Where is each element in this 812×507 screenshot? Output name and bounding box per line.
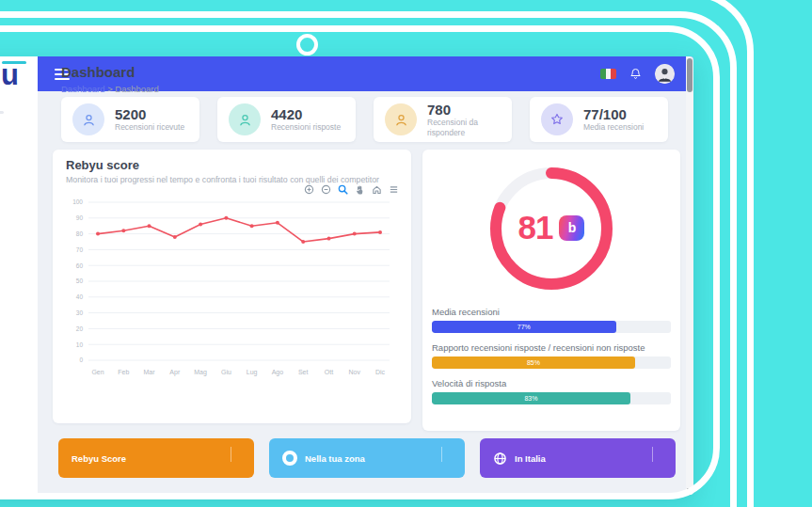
logo-partial: u bbox=[1, 58, 19, 92]
page-title: Dashboard bbox=[61, 64, 159, 80]
chart-toolbar bbox=[304, 184, 399, 195]
svg-text:30: 30 bbox=[76, 309, 84, 316]
stat-card-3: 780Recensioni da rispondere bbox=[374, 97, 512, 142]
star-icon bbox=[541, 103, 573, 135]
progress-track: 85% bbox=[432, 356, 671, 369]
breadcrumb-current: Dashboard bbox=[115, 84, 158, 94]
bottom-cards-row: Rebyu ScoreNella tua zonaIn Italia bbox=[58, 438, 676, 478]
location-pin-icon bbox=[282, 451, 297, 466]
svg-text:70: 70 bbox=[76, 246, 84, 253]
camera-dot bbox=[296, 34, 318, 55]
svg-text:0: 0 bbox=[79, 356, 83, 363]
zoom-out-icon[interactable] bbox=[321, 184, 331, 195]
stat-label: Recensioni ricevute bbox=[115, 122, 184, 133]
progress-track: 77% bbox=[432, 321, 671, 333]
scrollbar-thumb[interactable] bbox=[687, 58, 693, 92]
scene: u bbox=[0, 0, 812, 507]
bell-icon[interactable] bbox=[629, 67, 643, 81]
bottom-card-rebyu-score[interactable]: Rebyu Score bbox=[58, 438, 254, 478]
user-icon bbox=[229, 103, 261, 135]
progress-fill: 85% bbox=[432, 356, 635, 369]
svg-text:Giu: Giu bbox=[221, 369, 231, 375]
card-divider bbox=[231, 447, 231, 462]
zoom-in-icon[interactable] bbox=[304, 184, 314, 195]
bottom-card-nella-tua-zona[interactable]: Nella tua zona bbox=[269, 438, 465, 478]
stat-value: 780 bbox=[427, 102, 501, 118]
user-avatar[interactable] bbox=[655, 64, 675, 84]
svg-text:Set: Set bbox=[298, 369, 309, 375]
svg-text:100: 100 bbox=[72, 198, 83, 205]
italy-flag-icon[interactable] bbox=[600, 69, 616, 79]
user-icon bbox=[385, 103, 417, 135]
chart-subtitle: Monitora i tuoi progressi nel tempo e co… bbox=[66, 175, 379, 184]
bottom-card-in-italia[interactable]: In Italia bbox=[480, 438, 676, 478]
line-chart: 0102030405060708090100GenFebMarAprMagGiu… bbox=[62, 195, 394, 383]
svg-text:20: 20 bbox=[76, 325, 84, 332]
stat-label: Recensioni risposte bbox=[271, 122, 341, 133]
svg-text:Gen: Gen bbox=[91, 369, 103, 375]
selection-zoom-icon[interactable] bbox=[338, 184, 348, 195]
app-window: u bbox=[0, 56, 693, 495]
svg-text:Ott: Ott bbox=[325, 369, 333, 375]
bottom-card-label: Nella tua zona bbox=[305, 453, 365, 464]
svg-text:Mar: Mar bbox=[143, 369, 155, 375]
scrollbar-track[interactable] bbox=[686, 56, 693, 495]
breadcrumb-separator: > bbox=[107, 84, 113, 94]
svg-text:10: 10 bbox=[76, 341, 84, 348]
stat-cards-row: 5200Recensioni ricevute4420Recensioni ri… bbox=[61, 97, 668, 142]
score-value: 81 bbox=[518, 209, 553, 246]
svg-text:Nov: Nov bbox=[348, 369, 360, 375]
progress-group-2: Rapporto recensioni risposte / recension… bbox=[432, 341, 671, 369]
svg-text:Lug: Lug bbox=[247, 369, 258, 376]
svg-text:Dic: Dic bbox=[375, 369, 386, 375]
progress-label: Rapporto recensioni risposte / recension… bbox=[432, 341, 671, 354]
pan-icon[interactable] bbox=[355, 184, 365, 195]
score-panel-card: 81 b Media recensioni77%Rapporto recensi… bbox=[422, 150, 680, 431]
main-area: Dashboard Dashboard > Dashboard 5200Rece… bbox=[38, 56, 693, 495]
stat-card-1: 5200Recensioni ricevute bbox=[61, 97, 199, 142]
stat-label: Media recensioni bbox=[583, 122, 644, 133]
progress-fill: 83% bbox=[432, 392, 630, 404]
sidebar: u bbox=[0, 56, 38, 495]
stat-label: Recensioni da rispondere bbox=[427, 118, 501, 138]
stat-value: 77/100 bbox=[583, 106, 644, 122]
rebyu-score-chart-card: Rebyu score Monitora i tuoi progressi ne… bbox=[53, 150, 411, 423]
progress-label: Media recensioni bbox=[432, 306, 671, 318]
svg-text:Feb: Feb bbox=[118, 369, 129, 375]
stat-card-4: 77/100Media recensioni bbox=[530, 97, 668, 142]
sidebar-item-fragment bbox=[0, 111, 4, 114]
svg-text:60: 60 bbox=[76, 262, 84, 269]
progress-group-3: Velocità di risposta83% bbox=[432, 377, 671, 404]
svg-text:Mag: Mag bbox=[194, 369, 207, 376]
svg-text:90: 90 bbox=[76, 214, 84, 221]
stat-value: 4420 bbox=[271, 106, 341, 122]
progress-percent: 83% bbox=[524, 395, 537, 402]
stat-value: 5200 bbox=[115, 106, 184, 122]
progress-bars: Media recensioni77%Rapporto recensioni r… bbox=[432, 306, 671, 413]
globe-icon bbox=[493, 452, 507, 466]
bottom-card-label: In Italia bbox=[515, 453, 546, 464]
card-divider bbox=[441, 447, 442, 462]
svg-text:50: 50 bbox=[76, 277, 84, 284]
card-divider bbox=[652, 447, 653, 462]
menu-icon[interactable] bbox=[389, 184, 399, 195]
progress-percent: 85% bbox=[527, 359, 540, 366]
svg-text:40: 40 bbox=[76, 293, 84, 300]
progress-track: 83% bbox=[432, 392, 671, 404]
progress-label: Velocità di risposta bbox=[432, 377, 671, 389]
bottom-card-label: Rebyu Score bbox=[72, 453, 126, 464]
svg-text:Apr: Apr bbox=[169, 369, 181, 376]
progress-percent: 77% bbox=[517, 324, 531, 330]
stat-card-2: 4420Recensioni risposte bbox=[217, 97, 356, 142]
breadcrumb: Dashboard > Dashboard bbox=[61, 84, 159, 94]
scrollbar-down-arrow[interactable] bbox=[687, 488, 693, 492]
rebyu-logo-icon: b bbox=[559, 215, 584, 241]
svg-text:80: 80 bbox=[76, 230, 84, 237]
breadcrumb-link[interactable]: Dashboard bbox=[61, 84, 104, 94]
user-icon bbox=[72, 103, 104, 135]
home-icon[interactable] bbox=[372, 184, 382, 195]
progress-group-1: Media recensioni77% bbox=[432, 306, 671, 333]
svg-text:Ago: Ago bbox=[272, 369, 284, 376]
chart-title: Rebyu score bbox=[66, 158, 139, 172]
progress-fill: 77% bbox=[432, 321, 616, 333]
